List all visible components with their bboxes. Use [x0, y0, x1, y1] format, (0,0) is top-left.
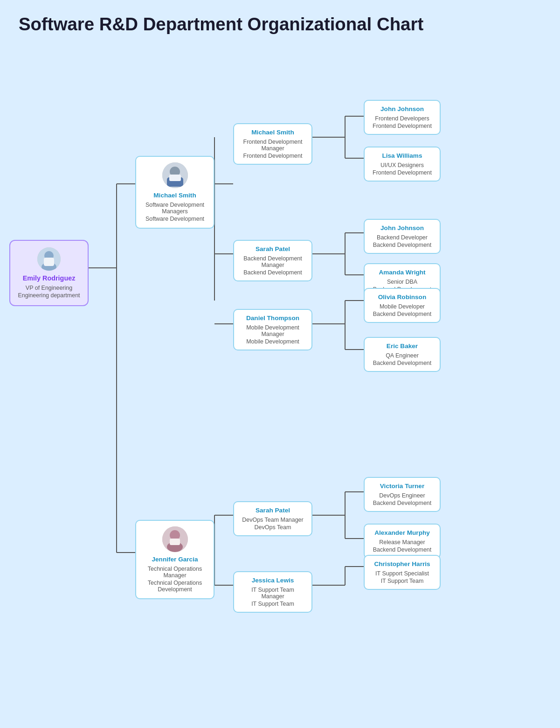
node-john-backend: John Johnson Backend Developer Backend D…: [364, 219, 441, 254]
node-daniel-mobile: Daniel Thompson Mobile DevelopmentManage…: [233, 309, 312, 350]
name-michael-frontend: Michael Smith: [240, 129, 306, 136]
node-lisa-frontend: Lisa Williams UI/UX Designers Frontend D…: [364, 147, 441, 182]
avatar-emily: [37, 247, 61, 271]
node-olivia-mobile: Olivia Robinson Mobile Developer Backend…: [364, 288, 441, 323]
dept-jessica-it: IT Support Team: [240, 601, 306, 607]
name-eric-mobile: Eric Baker: [370, 343, 434, 350]
role-sarah-devops: DevOps Team Manager: [240, 517, 306, 523]
avatar-michael-mid: [162, 162, 188, 188]
dept-daniel-mobile: Mobile Development: [240, 338, 306, 345]
node-jennifer-garcia: Jennifer Garcia Technical Operations Man…: [135, 520, 214, 599]
name-emily: Emily Rodriguez: [18, 274, 80, 282]
name-olivia-mobile: Olivia Robinson: [370, 294, 434, 301]
name-john-frontend: John Johnson: [370, 105, 434, 112]
node-emily-rodriguez: Emily Rodriguez VP of Engineering Engine…: [9, 240, 89, 306]
node-alexander-devops: Alexander Murphy Release Manager Backend…: [364, 524, 441, 559]
role-victoria-devops: DevOps Engineer: [370, 492, 434, 499]
role-michael-frontend: Frontend DevelopmentManager: [240, 139, 306, 152]
dept-michael-frontend: Frontend Development: [240, 153, 306, 159]
dept-eric-mobile: Backend Development: [370, 360, 434, 366]
role-john-backend: Backend Developer: [370, 234, 434, 241]
name-sarah-devops: Sarah Patel: [240, 507, 306, 514]
avatar-jennifer: [162, 526, 188, 552]
page-title: Software R&D Department Organizational C…: [9, 14, 551, 35]
name-lisa-frontend: Lisa Williams: [370, 152, 434, 159]
dept-christopher-it: IT Support Team: [370, 578, 434, 584]
role-sarah-backend: Backend DevelopmentManager: [240, 255, 306, 268]
org-chart: Emily Rodriguez VP of Engineering Engine…: [9, 53, 550, 660]
dept-jennifer: Technical Operations Development: [143, 580, 207, 593]
dept-sarah-backend: Backend Development: [240, 269, 306, 276]
name-jennifer: Jennifer Garcia: [143, 556, 207, 563]
role-jessica-it: IT Support Team Manager: [240, 587, 306, 600]
svg-rect-37: [169, 175, 181, 181]
dept-olivia-mobile: Backend Development: [370, 311, 434, 317]
role-lisa-frontend: UI/UX Designers: [370, 162, 434, 168]
role-christopher-it: IT Support Specialist: [370, 570, 434, 577]
dept-victoria-devops: Backend Development: [370, 500, 434, 506]
dept-michael-mid: Software Development: [143, 216, 207, 222]
role-daniel-mobile: Mobile DevelopmentManager: [240, 324, 306, 337]
name-jessica-it: Jessica Lewis: [240, 577, 306, 584]
node-eric-mobile: Eric Baker QA Engineer Backend Developme…: [364, 337, 441, 372]
node-victoria-devops: Victoria Turner DevOps Engineer Backend …: [364, 477, 441, 512]
node-michael-frontend: Michael Smith Frontend DevelopmentManage…: [233, 123, 312, 165]
name-christopher-it: Christopher Harris: [370, 560, 434, 567]
role-olivia-mobile: Mobile Developer: [370, 303, 434, 310]
role-jennifer: Technical Operations Manager: [143, 566, 207, 579]
dept-emily: Engineering department: [18, 292, 80, 299]
name-amanda-backend: Amanda Wright: [370, 269, 434, 276]
svg-rect-33: [44, 258, 54, 266]
name-victoria-devops: Victoria Turner: [370, 483, 434, 490]
node-michael-smith-mid: Michael Smith Software Development Manag…: [135, 156, 214, 229]
node-christopher-it: Christopher Harris IT Support Specialist…: [364, 555, 441, 590]
name-michael-mid: Michael Smith: [143, 192, 207, 199]
dept-lisa-frontend: Frontend Development: [370, 169, 434, 176]
name-john-backend: John Johnson: [370, 224, 434, 231]
role-michael-mid: Software Development Managers: [143, 202, 207, 215]
name-daniel-mobile: Daniel Thompson: [240, 315, 306, 322]
dept-john-frontend: Frontend Development: [370, 123, 434, 129]
node-jessica-it: Jessica Lewis IT Support Team Manager IT…: [233, 571, 312, 613]
dept-alexander-devops: Backend Development: [370, 546, 434, 553]
role-amanda-backend: Senior DBA: [370, 279, 434, 285]
dept-sarah-devops: DevOps Team: [240, 524, 306, 531]
role-alexander-devops: Release Manager: [370, 539, 434, 546]
role-eric-mobile: QA Engineer: [370, 352, 434, 359]
name-sarah-backend: Sarah Patel: [240, 245, 306, 252]
dept-john-backend: Backend Development: [370, 242, 434, 248]
svg-rect-41: [170, 539, 180, 545]
role-john-frontend: Frontend Developers: [370, 115, 434, 122]
node-sarah-backend: Sarah Patel Backend DevelopmentManager B…: [233, 240, 312, 281]
node-john-frontend: John Johnson Frontend Developers Fronten…: [364, 100, 441, 135]
name-alexander-devops: Alexander Murphy: [370, 529, 434, 536]
node-sarah-devops: Sarah Patel DevOps Team Manager DevOps T…: [233, 501, 312, 536]
role-emily: VP of Engineering: [18, 285, 80, 291]
